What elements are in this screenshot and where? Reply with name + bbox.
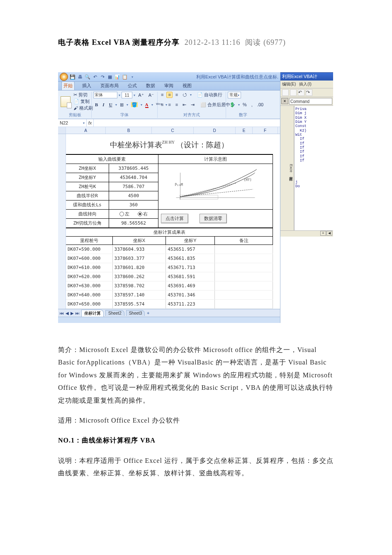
paste-button[interactable] [61, 96, 71, 107]
col-header-B[interactable]: B [106, 127, 152, 134]
formula-bar-row: N22 ▾ fx [58, 119, 280, 127]
fx-icon[interactable]: fx [87, 119, 94, 127]
inc-decimal-icon[interactable]: .00 [256, 102, 265, 108]
param-value[interactable]: 7586.707 [109, 182, 158, 191]
col-header-A[interactable]: A [66, 127, 106, 134]
tab-data[interactable]: 数据 [144, 82, 157, 90]
qat-paste-icon[interactable]: 📋 [122, 74, 128, 80]
underline-button[interactable]: U [107, 102, 114, 108]
fill-color-button[interactable]: 🪣 [129, 102, 139, 108]
qat-table-icon[interactable]: ▦ [107, 74, 113, 80]
align-center-icon[interactable]: ≡ [166, 102, 172, 108]
radio-right[interactable]: 右 [138, 211, 148, 217]
tab-review[interactable]: 审阅 [163, 82, 175, 90]
bold-button[interactable]: B [93, 102, 100, 108]
turn-value[interactable]: 左 右 [109, 210, 158, 219]
tab-prev-icon[interactable]: ◀ [66, 311, 69, 315]
comma-icon[interactable]: , [250, 102, 254, 108]
indent-dec-icon[interactable]: ⇤ [181, 102, 188, 108]
vbe-close-icon[interactable]: × [281, 98, 288, 104]
office-orb-icon[interactable] [60, 73, 68, 81]
italic-button[interactable]: I [101, 102, 106, 108]
worksheet-area[interactable]: 中桩坐标计算表ZH HY （设计：陈超） 输入曲线要素 计算示意图 ZH坐标X … [58, 134, 280, 309]
tab-first-icon[interactable]: ⏮ [60, 311, 64, 315]
qat-undo-icon[interactable]: ↶ [92, 74, 98, 80]
table-row[interactable]: DK07+610.0003378601.820453671.713 [66, 263, 273, 272]
tab-home[interactable]: 开始 [61, 81, 75, 90]
tab-formulas[interactable]: 公式 [126, 82, 139, 90]
cut-button[interactable]: ✂ 剪切 [72, 92, 95, 98]
table-row[interactable]: DK07+620.0003378600.262453681.591 [66, 272, 273, 281]
sheet-tab[interactable]: Sheet3 [126, 310, 145, 316]
param-label: ZH坐标Y [66, 173, 109, 182]
param-value[interactable]: 3378605.445 [109, 164, 158, 173]
tab-layout[interactable]: 页面布局 [99, 82, 120, 90]
vbe-project-explorer[interactable]: Exce 对象 计算 [280, 106, 295, 230]
qat-more-icon[interactable]: ▾ [129, 74, 135, 80]
vbe-undo-icon[interactable]: ↶ [298, 89, 304, 96]
tab-view[interactable]: 视图 [181, 82, 193, 90]
align-right-icon[interactable]: ≡ [174, 102, 180, 108]
vbe-redo-icon[interactable]: ↷ [306, 89, 312, 96]
vbe-code-pane[interactable]: Priva Dim j Dim X Dim Y Const K2) Wit If… [295, 106, 333, 230]
format-painter-button[interactable]: 🖌 格式刷 [72, 105, 95, 111]
tab-last-icon[interactable]: ⏭ [75, 311, 80, 315]
new-sheet-icon[interactable]: ✶ [146, 311, 150, 315]
indent-inc-icon[interactable]: ⇥ [189, 102, 196, 108]
currency-icon[interactable]: 💲 [228, 102, 237, 108]
border-button[interactable]: ⊞ [118, 102, 125, 108]
azimuth-value[interactable]: 98.565562 [109, 219, 158, 228]
col-header-D[interactable]: D [194, 127, 236, 134]
qat-preview-icon[interactable]: 🔍 [85, 74, 90, 80]
table-row[interactable]: DK07+600.0003378603.377453661.835 [66, 254, 273, 263]
table-row[interactable]: DK07+590.0003378604.933453651.957 [66, 245, 273, 254]
clear-button[interactable]: 数据清零 [200, 214, 227, 223]
font-size-select[interactable]: 11 [122, 92, 132, 98]
col-header-C[interactable]: C [152, 127, 194, 134]
vbe-menu-edit[interactable]: 编辑(E) [282, 81, 296, 87]
qat-chart-icon[interactable]: 📊 [114, 74, 120, 80]
vbe-view-icon[interactable]: ◀ [326, 231, 332, 236]
percent-icon[interactable]: % [241, 102, 248, 108]
qat-save-icon[interactable]: 💾 [70, 74, 75, 80]
align-top-icon[interactable]: ≡ [159, 92, 165, 98]
increase-font-icon[interactable]: A⁺ [136, 92, 145, 98]
tab-insert[interactable]: 插入 [80, 82, 93, 90]
vbe-menu-insert[interactable]: 插入(I) [299, 81, 311, 87]
table-row[interactable]: DK07+640.0003378597.140453701.346 [66, 291, 273, 300]
param-value[interactable]: 453648.704 [109, 173, 158, 182]
copy-button[interactable]: 📄 复制 [72, 98, 95, 105]
embedded-screenshot: 💾 🖶 🔍 ↶ ↷ ▦ 📊 📋 ▾ 利用Excel VBA计算缓和曲线任意点坐标… [58, 72, 334, 323]
table-row[interactable]: DK07+630.0003378598.702453691.469 [66, 281, 273, 291]
font-color-button[interactable]: A [144, 102, 150, 108]
align-bot-icon[interactable]: ≡ [174, 92, 180, 98]
vbe-object-dropdown[interactable]: Command [289, 98, 332, 105]
vbe-tool-icon[interactable] [290, 89, 297, 96]
align-left-icon[interactable]: ≡ [159, 102, 165, 108]
row-headers[interactable] [58, 134, 66, 309]
ribbon-group-align: ≡ ≡ ≡ ⭯▾ 📄 自动换行 ≡ ≡ ≡ ⇤ ⇥ ⬜ 合并后 [158, 92, 226, 118]
table-row[interactable]: DK07+650.0003378595.574453711.223 [66, 300, 273, 309]
calc-button[interactable]: 点击计算 [161, 214, 188, 223]
radio-left[interactable]: 左 [119, 211, 129, 217]
decrease-font-icon[interactable]: A⁻ [147, 92, 156, 98]
col-header-E[interactable]: E [236, 127, 253, 134]
param-value[interactable]: 4500 [109, 191, 158, 200]
sheet-tab[interactable]: Sheet2 [105, 310, 124, 316]
sheet-tab-active[interactable]: 坐标计算 [81, 310, 104, 317]
vbe-tool-icon[interactable] [282, 89, 289, 96]
vbe-view-icon[interactable]: ≡ [320, 231, 326, 236]
wrap-text-button[interactable]: 📄 自动换行 [195, 92, 224, 98]
font-family-select[interactable]: 宋体 [93, 92, 117, 98]
orientation-icon[interactable]: ⭯ [181, 92, 189, 98]
number-format-select[interactable]: 常规 ▾ [228, 92, 241, 98]
name-box[interactable]: N22 ▾ [58, 119, 87, 127]
tab-next-icon[interactable]: ▶ [71, 311, 74, 315]
select-all-button[interactable] [58, 127, 66, 134]
param-value[interactable]: 360 [109, 200, 158, 210]
formula-bar[interactable] [94, 119, 280, 127]
qat-redo-icon[interactable]: ↷ [100, 74, 105, 80]
col-header-F[interactable]: F [253, 127, 278, 134]
align-mid-icon[interactable]: ≡ [166, 92, 172, 98]
qat-print-icon[interactable]: 🖶 [77, 74, 83, 80]
